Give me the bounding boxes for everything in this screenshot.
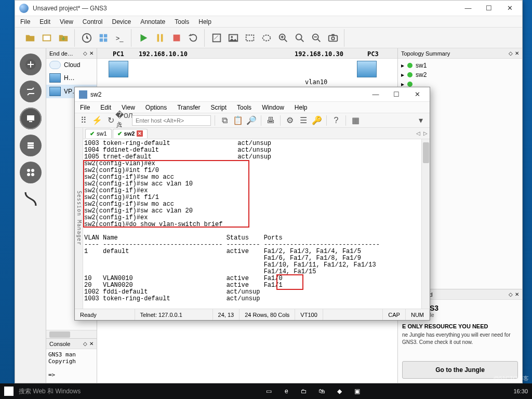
reload-icon[interactable] [185, 30, 201, 46]
hscrollbar[interactable] [46, 330, 97, 338]
tab-sw1[interactable]: ✔sw1 [85, 129, 112, 138]
close-tab-icon[interactable]: ✕ [137, 130, 143, 137]
minimize-button[interactable]: — [458, 1, 478, 16]
menu-help[interactable]: Help [198, 18, 211, 25]
explorer-icon[interactable]: 🗀 [295, 385, 313, 397]
menu-file[interactable]: File [20, 18, 30, 25]
menu-control[interactable]: Control [83, 18, 103, 25]
end-devices-icon[interactable] [20, 108, 42, 129]
pc1-node[interactable] [109, 61, 128, 77]
console-output[interactable]: GNS3 man Copyrigh => [46, 349, 97, 383]
menu-annotate[interactable]: Annotate [140, 18, 165, 25]
tab-prev-icon[interactable]: ◁ [416, 130, 420, 136]
undock-icon[interactable]: ◇ [509, 291, 513, 297]
open-project-icon[interactable] [22, 30, 38, 46]
session-manager-tab[interactable]: Session Manager [75, 128, 83, 309]
start-button-icon[interactable] [4, 387, 14, 396]
export-icon[interactable] [56, 30, 71, 46]
tab-next-icon[interactable]: ▷ [423, 130, 428, 136]
tab-sw2[interactable]: ✔sw2✕ [113, 129, 148, 138]
reconnect-icon[interactable]: ↻ [105, 115, 116, 126]
pause-icon[interactable] [152, 30, 168, 46]
minimize-button[interactable]: — [365, 87, 386, 102]
image-icon[interactable] [225, 30, 241, 46]
menu-edit[interactable]: Edit [100, 104, 111, 111]
close-panel-icon[interactable]: ✕ [515, 50, 519, 56]
session-options-icon[interactable]: ☰ [298, 115, 309, 126]
menu-tools[interactable]: Tools [175, 18, 189, 25]
paste-icon[interactable]: 📋 [232, 115, 244, 126]
close-button[interactable]: ✕ [407, 87, 428, 102]
close-panel-icon[interactable]: ✕ [515, 291, 519, 297]
menu-help[interactable]: Help [295, 104, 308, 111]
gns3-menubar[interactable]: File Edit View Control Device Annotate T… [15, 16, 522, 28]
terminal-titlebar[interactable]: sw2 — ☐ ✕ [75, 87, 430, 102]
terminal-output[interactable]: 1003 token-ring-default act/unsup 1004 f… [83, 139, 430, 309]
print-icon[interactable]: 🖶 [265, 115, 276, 126]
menu-file[interactable]: File [80, 104, 90, 111]
note-icon[interactable] [209, 30, 224, 46]
menu-options[interactable]: Options [145, 104, 167, 111]
menu-device[interactable]: Device [112, 18, 131, 25]
topology-tree[interactable]: ▸sw1 ▸sw2 ▸ [398, 59, 522, 91]
key-icon[interactable]: 🔑 [311, 115, 323, 126]
node-cloud[interactable]: Cloud [46, 59, 97, 71]
maximize-button[interactable]: ☐ [478, 1, 499, 16]
routers-icon[interactable] [20, 54, 42, 75]
app2-icon[interactable]: ▣ [348, 385, 366, 397]
menu-edit[interactable]: Edit [39, 18, 50, 25]
add-link-icon[interactable] [22, 189, 39, 209]
host-input[interactable] [132, 115, 211, 126]
toggle-icon[interactable]: ▦ [350, 115, 361, 126]
pc3-node[interactable] [357, 61, 377, 77]
tree-item-sw1[interactable]: ▸sw1 [401, 61, 519, 70]
edge-icon[interactable]: e [277, 385, 295, 397]
stop-icon[interactable] [169, 30, 184, 46]
security-devices-icon[interactable] [20, 135, 42, 156]
node-host[interactable]: H… [46, 71, 97, 85]
toolbar-overflow-icon[interactable]: ▾ [415, 115, 427, 126]
switches-icon[interactable] [20, 81, 42, 102]
zoom-reset-icon[interactable] [292, 30, 308, 46]
menu-script[interactable]: Script [210, 104, 227, 111]
play-icon[interactable] [136, 30, 151, 46]
quick-connect-icon[interactable]: ⚡ [91, 115, 103, 126]
maximize-button[interactable]: ☐ [386, 87, 407, 102]
copy-icon[interactable]: ⧉ [219, 115, 230, 126]
help-icon[interactable]: ? [330, 115, 342, 126]
settings-icon[interactable]: ⚙ [284, 115, 296, 126]
clock[interactable]: 16:30 [513, 388, 528, 394]
snapshot-icon[interactable] [79, 30, 95, 46]
ellipse-icon[interactable] [259, 30, 274, 46]
rect-icon[interactable] [242, 30, 258, 46]
menu-tools[interactable]: Tools [237, 104, 251, 111]
undock-icon[interactable]: ◇ [83, 341, 87, 347]
disconnect-icon[interactable]: �олき [118, 115, 130, 126]
menu-transfer[interactable]: Transfer [177, 104, 200, 111]
menu-window[interactable]: Window [262, 104, 284, 111]
tree-item-sw2[interactable]: ▸sw2 [401, 70, 519, 79]
show-labels-icon[interactable] [96, 30, 111, 46]
undock-icon[interactable]: ◇ [509, 50, 513, 56]
zoom-out-icon[interactable] [309, 30, 324, 46]
vscrollbar[interactable] [421, 139, 430, 309]
all-devices-icon[interactable] [20, 162, 42, 183]
taskbar-search[interactable]: 搜索 Web 和 Windows [19, 387, 112, 396]
project-icon[interactable] [39, 30, 55, 46]
svg-rect-21 [27, 115, 34, 121]
close-button[interactable]: ✕ [499, 1, 520, 16]
session-tree-icon[interactable]: ⠿ [78, 115, 89, 126]
undock-icon[interactable]: ◇ [83, 50, 87, 56]
windows-taskbar[interactable]: 搜索 Web 和 Windows ▭ e 🗀 🛍 ◆ ▣ 16:30 [0, 383, 532, 399]
menu-view[interactable]: View [60, 18, 73, 25]
screenshot-icon[interactable] [325, 30, 341, 46]
close-panel-icon[interactable]: ✕ [89, 341, 94, 347]
terminal-text[interactable]: 1003 token-ring-default act/unsup 1004 f… [83, 139, 430, 303]
zoom-in-icon[interactable] [275, 30, 291, 46]
store-icon[interactable]: 🛍 [313, 385, 330, 397]
console-icon[interactable]: >_ [112, 30, 128, 46]
taskview-icon[interactable]: ▭ [260, 385, 277, 397]
find-icon[interactable]: 🔎 [246, 115, 257, 126]
close-panel-icon[interactable]: ✕ [89, 50, 94, 56]
app1-icon[interactable]: ◆ [330, 385, 348, 397]
